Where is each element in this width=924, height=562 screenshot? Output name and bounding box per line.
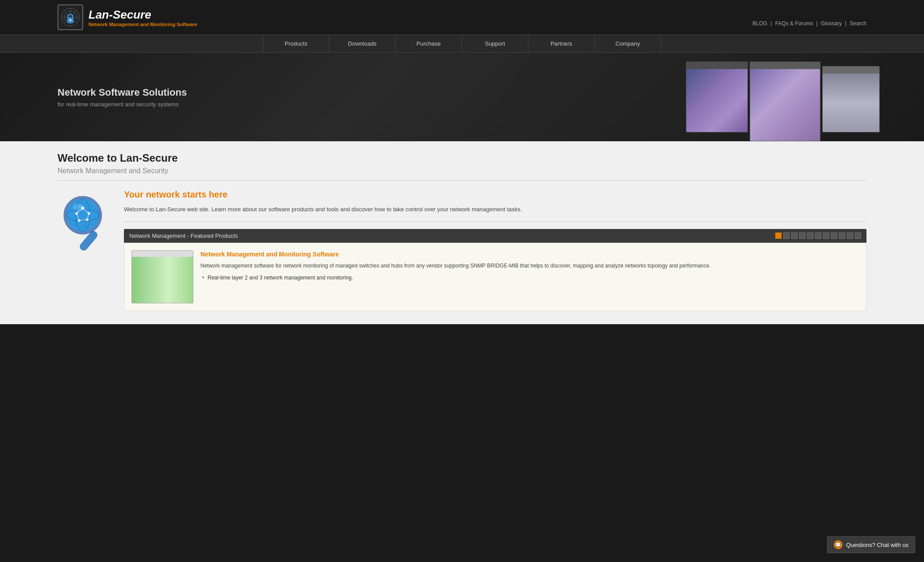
blog-link[interactable]: BLOG: [753, 20, 767, 27]
dot-8[interactable]: [831, 233, 837, 239]
nav-company-link[interactable]: Company: [595, 35, 661, 52]
product-link[interactable]: Network Management and Monitoring Softwa…: [200, 251, 339, 258]
nav-downloads-link[interactable]: Downloads: [329, 35, 396, 52]
product-description: Network management software for network …: [200, 262, 859, 270]
dot-2[interactable]: [783, 233, 789, 239]
logo-image: [58, 4, 83, 30]
nav-item-purchase[interactable]: Purchase: [396, 35, 462, 52]
hero-screenshots: [686, 62, 880, 141]
nav-item-partners[interactable]: Partners: [528, 35, 595, 52]
bullet-item-1: Real-time layer 2 and 3 network manageme…: [200, 274, 859, 282]
header: Lan-Secure Network Management and Monito…: [0, 0, 924, 35]
content-area: Your network starts here Welcome to Lan-…: [58, 190, 866, 311]
dot-9[interactable]: [839, 233, 845, 239]
nav-purchase-link[interactable]: Purchase: [396, 35, 462, 52]
screenshot-2: [750, 62, 820, 141]
welcome-section: Welcome to Lan-Secure Network Management…: [58, 141, 866, 181]
screenshot-1: [686, 62, 748, 132]
content-divider: [124, 221, 866, 222]
featured-products-bar: Network Management - Featured Products: [124, 229, 866, 243]
dot-6[interactable]: [815, 233, 821, 239]
hero-subheading: for real-time management and security sy…: [58, 101, 187, 108]
dot-1[interactable]: [775, 233, 782, 239]
sep1: |: [770, 20, 773, 27]
intro-text: Welcome to Lan-Secure web site. Learn mo…: [124, 205, 866, 214]
svg-rect-9: [70, 20, 71, 21]
sep2: |: [816, 20, 819, 27]
main-content: Welcome to Lan-Secure Network Management…: [0, 141, 924, 324]
product-image: [131, 250, 193, 303]
dot-3[interactable]: [791, 233, 797, 239]
welcome-subheading: Network Management and Security: [58, 167, 866, 175]
network-magnifier-icon: [60, 194, 113, 256]
dot-5[interactable]: [807, 233, 813, 239]
carousel-dots: [775, 233, 861, 239]
nav-item-downloads[interactable]: Downloads: [329, 35, 396, 52]
network-heading: Your network starts here: [124, 190, 866, 200]
nav-products-link[interactable]: Products: [263, 35, 329, 52]
hero-section: Network Software Solutions for real-time…: [0, 53, 924, 141]
logo-text: Lan-Secure Network Management and Monito…: [89, 8, 197, 27]
left-icon-area: [58, 190, 115, 311]
product-thumbnail: [131, 250, 193, 303]
logo-area: Lan-Secure Network Management and Monito…: [58, 4, 197, 30]
hero-heading: Network Software Solutions: [58, 87, 187, 98]
faqs-link[interactable]: FAQs & Forums: [775, 20, 813, 27]
product-info: Network Management and Monitoring Softwa…: [200, 250, 859, 303]
featured-label: Network Management - Featured Products: [129, 233, 238, 239]
product-card: Network Management and Monitoring Softwa…: [124, 243, 866, 311]
site-title: Lan-Secure: [89, 8, 197, 22]
dot-4[interactable]: [799, 233, 805, 239]
nav-support-link[interactable]: Support: [462, 35, 528, 52]
top-links: BLOG | FAQs & Forums | Glossary | Search: [753, 20, 866, 30]
sep3: |: [845, 20, 848, 27]
nav-item-support[interactable]: Support: [462, 35, 528, 52]
product-bullets: Real-time layer 2 and 3 network manageme…: [200, 274, 859, 282]
nav-list: Products Downloads Purchase Support Part…: [0, 35, 924, 52]
hero-text: Network Software Solutions for real-time…: [58, 87, 187, 108]
site-subtitle: Network Management and Monitoring Softwa…: [89, 22, 197, 27]
glossary-link[interactable]: Glossary: [821, 20, 842, 27]
right-content: Your network starts here Welcome to Lan-…: [124, 190, 866, 311]
nav-partners-link[interactable]: Partners: [528, 35, 595, 52]
dot-7[interactable]: [823, 233, 829, 239]
search-link[interactable]: Search: [850, 20, 866, 27]
dot-10[interactable]: [847, 233, 853, 239]
nav-item-products[interactable]: Products: [263, 35, 329, 52]
nav-item-company[interactable]: Company: [595, 35, 661, 52]
main-nav: Products Downloads Purchase Support Part…: [0, 35, 924, 53]
dot-11[interactable]: [855, 233, 861, 239]
screenshot-3: [822, 66, 880, 132]
welcome-heading: Welcome to Lan-Secure: [58, 152, 866, 164]
